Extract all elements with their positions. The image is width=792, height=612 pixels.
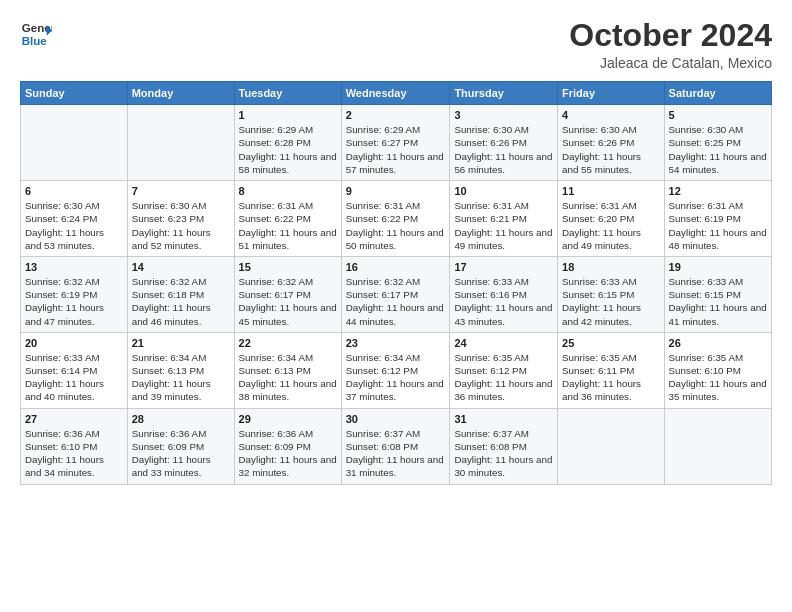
title-block: October 2024 Jaleaca de Catalan, Mexico	[569, 18, 772, 71]
day-info: Sunrise: 6:34 AM Sunset: 6:12 PM Dayligh…	[346, 351, 446, 404]
day-number: 4	[562, 109, 660, 121]
calendar-cell: 26Sunrise: 6:35 AM Sunset: 6:10 PM Dayli…	[664, 332, 771, 408]
day-number: 5	[669, 109, 767, 121]
header: General Blue October 2024 Jaleaca de Cat…	[20, 18, 772, 71]
day-info: Sunrise: 6:33 AM Sunset: 6:15 PM Dayligh…	[669, 275, 767, 328]
day-info: Sunrise: 6:31 AM Sunset: 6:21 PM Dayligh…	[454, 199, 553, 252]
logo: General Blue	[20, 18, 52, 50]
day-info: Sunrise: 6:32 AM Sunset: 6:19 PM Dayligh…	[25, 275, 123, 328]
day-number: 1	[239, 109, 337, 121]
day-number: 18	[562, 261, 660, 273]
calendar-week-row: 20Sunrise: 6:33 AM Sunset: 6:14 PM Dayli…	[21, 332, 772, 408]
page: General Blue October 2024 Jaleaca de Cat…	[0, 0, 792, 612]
calendar-cell: 31Sunrise: 6:37 AM Sunset: 6:08 PM Dayli…	[450, 408, 558, 484]
day-info: Sunrise: 6:32 AM Sunset: 6:17 PM Dayligh…	[346, 275, 446, 328]
calendar-cell	[21, 105, 128, 181]
calendar-cell: 5Sunrise: 6:30 AM Sunset: 6:25 PM Daylig…	[664, 105, 771, 181]
weekday-header: Sunday	[21, 82, 128, 105]
calendar-cell	[558, 408, 665, 484]
day-number: 3	[454, 109, 553, 121]
day-info: Sunrise: 6:37 AM Sunset: 6:08 PM Dayligh…	[346, 427, 446, 480]
calendar-cell: 14Sunrise: 6:32 AM Sunset: 6:18 PM Dayli…	[127, 256, 234, 332]
day-number: 13	[25, 261, 123, 273]
calendar-cell: 25Sunrise: 6:35 AM Sunset: 6:11 PM Dayli…	[558, 332, 665, 408]
calendar-cell: 20Sunrise: 6:33 AM Sunset: 6:14 PM Dayli…	[21, 332, 128, 408]
calendar-cell: 29Sunrise: 6:36 AM Sunset: 6:09 PM Dayli…	[234, 408, 341, 484]
calendar-cell: 22Sunrise: 6:34 AM Sunset: 6:13 PM Dayli…	[234, 332, 341, 408]
day-number: 27	[25, 413, 123, 425]
day-number: 14	[132, 261, 230, 273]
day-info: Sunrise: 6:33 AM Sunset: 6:14 PM Dayligh…	[25, 351, 123, 404]
calendar-cell: 21Sunrise: 6:34 AM Sunset: 6:13 PM Dayli…	[127, 332, 234, 408]
calendar-cell: 1Sunrise: 6:29 AM Sunset: 6:28 PM Daylig…	[234, 105, 341, 181]
day-info: Sunrise: 6:36 AM Sunset: 6:09 PM Dayligh…	[239, 427, 337, 480]
day-info: Sunrise: 6:29 AM Sunset: 6:27 PM Dayligh…	[346, 123, 446, 176]
weekday-header: Friday	[558, 82, 665, 105]
day-number: 23	[346, 337, 446, 349]
day-info: Sunrise: 6:35 AM Sunset: 6:10 PM Dayligh…	[669, 351, 767, 404]
day-number: 21	[132, 337, 230, 349]
day-info: Sunrise: 6:32 AM Sunset: 6:17 PM Dayligh…	[239, 275, 337, 328]
calendar-cell: 11Sunrise: 6:31 AM Sunset: 6:20 PM Dayli…	[558, 181, 665, 257]
day-number: 10	[454, 185, 553, 197]
calendar-week-row: 27Sunrise: 6:36 AM Sunset: 6:10 PM Dayli…	[21, 408, 772, 484]
day-number: 20	[25, 337, 123, 349]
day-info: Sunrise: 6:31 AM Sunset: 6:22 PM Dayligh…	[346, 199, 446, 252]
calendar-cell: 17Sunrise: 6:33 AM Sunset: 6:16 PM Dayli…	[450, 256, 558, 332]
calendar-cell: 8Sunrise: 6:31 AM Sunset: 6:22 PM Daylig…	[234, 181, 341, 257]
calendar-cell: 18Sunrise: 6:33 AM Sunset: 6:15 PM Dayli…	[558, 256, 665, 332]
day-info: Sunrise: 6:35 AM Sunset: 6:12 PM Dayligh…	[454, 351, 553, 404]
day-number: 17	[454, 261, 553, 273]
day-info: Sunrise: 6:30 AM Sunset: 6:23 PM Dayligh…	[132, 199, 230, 252]
day-number: 2	[346, 109, 446, 121]
day-info: Sunrise: 6:36 AM Sunset: 6:09 PM Dayligh…	[132, 427, 230, 480]
day-number: 8	[239, 185, 337, 197]
calendar-cell: 30Sunrise: 6:37 AM Sunset: 6:08 PM Dayli…	[341, 408, 450, 484]
day-number: 25	[562, 337, 660, 349]
day-info: Sunrise: 6:34 AM Sunset: 6:13 PM Dayligh…	[239, 351, 337, 404]
day-info: Sunrise: 6:30 AM Sunset: 6:25 PM Dayligh…	[669, 123, 767, 176]
day-number: 29	[239, 413, 337, 425]
day-number: 19	[669, 261, 767, 273]
calendar-cell: 27Sunrise: 6:36 AM Sunset: 6:10 PM Dayli…	[21, 408, 128, 484]
day-info: Sunrise: 6:30 AM Sunset: 6:24 PM Dayligh…	[25, 199, 123, 252]
calendar-cell: 15Sunrise: 6:32 AM Sunset: 6:17 PM Dayli…	[234, 256, 341, 332]
day-info: Sunrise: 6:29 AM Sunset: 6:28 PM Dayligh…	[239, 123, 337, 176]
day-number: 22	[239, 337, 337, 349]
weekday-header: Wednesday	[341, 82, 450, 105]
calendar-cell: 19Sunrise: 6:33 AM Sunset: 6:15 PM Dayli…	[664, 256, 771, 332]
calendar-cell: 24Sunrise: 6:35 AM Sunset: 6:12 PM Dayli…	[450, 332, 558, 408]
calendar-cell	[664, 408, 771, 484]
calendar-week-row: 1Sunrise: 6:29 AM Sunset: 6:28 PM Daylig…	[21, 105, 772, 181]
weekday-header: Saturday	[664, 82, 771, 105]
calendar-cell: 12Sunrise: 6:31 AM Sunset: 6:19 PM Dayli…	[664, 181, 771, 257]
day-info: Sunrise: 6:32 AM Sunset: 6:18 PM Dayligh…	[132, 275, 230, 328]
calendar-cell: 7Sunrise: 6:30 AM Sunset: 6:23 PM Daylig…	[127, 181, 234, 257]
day-number: 28	[132, 413, 230, 425]
calendar-cell: 23Sunrise: 6:34 AM Sunset: 6:12 PM Dayli…	[341, 332, 450, 408]
calendar-cell: 6Sunrise: 6:30 AM Sunset: 6:24 PM Daylig…	[21, 181, 128, 257]
day-number: 11	[562, 185, 660, 197]
day-info: Sunrise: 6:33 AM Sunset: 6:15 PM Dayligh…	[562, 275, 660, 328]
calendar: SundayMondayTuesdayWednesdayThursdayFrid…	[20, 81, 772, 484]
day-number: 24	[454, 337, 553, 349]
weekday-header: Tuesday	[234, 82, 341, 105]
calendar-week-row: 6Sunrise: 6:30 AM Sunset: 6:24 PM Daylig…	[21, 181, 772, 257]
calendar-cell	[127, 105, 234, 181]
day-number: 6	[25, 185, 123, 197]
svg-text:Blue: Blue	[22, 35, 48, 47]
day-number: 7	[132, 185, 230, 197]
day-info: Sunrise: 6:31 AM Sunset: 6:20 PM Dayligh…	[562, 199, 660, 252]
day-info: Sunrise: 6:33 AM Sunset: 6:16 PM Dayligh…	[454, 275, 553, 328]
day-number: 12	[669, 185, 767, 197]
weekday-header: Monday	[127, 82, 234, 105]
day-info: Sunrise: 6:36 AM Sunset: 6:10 PM Dayligh…	[25, 427, 123, 480]
day-info: Sunrise: 6:34 AM Sunset: 6:13 PM Dayligh…	[132, 351, 230, 404]
day-info: Sunrise: 6:30 AM Sunset: 6:26 PM Dayligh…	[454, 123, 553, 176]
calendar-cell: 9Sunrise: 6:31 AM Sunset: 6:22 PM Daylig…	[341, 181, 450, 257]
calendar-cell: 2Sunrise: 6:29 AM Sunset: 6:27 PM Daylig…	[341, 105, 450, 181]
day-info: Sunrise: 6:31 AM Sunset: 6:19 PM Dayligh…	[669, 199, 767, 252]
day-info: Sunrise: 6:37 AM Sunset: 6:08 PM Dayligh…	[454, 427, 553, 480]
calendar-week-row: 13Sunrise: 6:32 AM Sunset: 6:19 PM Dayli…	[21, 256, 772, 332]
day-number: 30	[346, 413, 446, 425]
